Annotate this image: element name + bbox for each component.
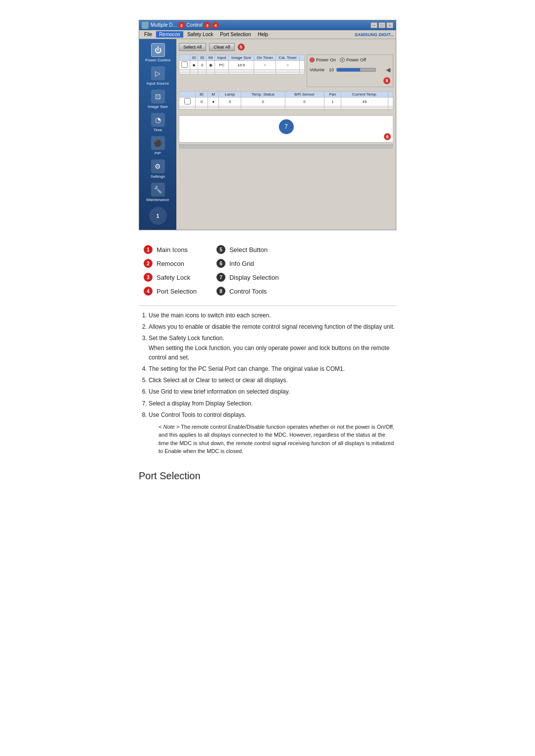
sidebar-item-maintenance[interactable]: 🔧 Maintenance [141,181,175,203]
legend-item-4: 4 Port Selection [144,287,197,296]
note-item-8: Use Control Tools to control displays. <… [149,410,396,455]
note-item-6: Use Grid to view brief information on se… [149,387,396,397]
lower-cell-lamp: 0 [219,98,241,106]
lower-cell-currenttemp: 49 [341,98,388,106]
upper-col-check [179,55,190,61]
power-control-icon: ⏻ [151,43,165,57]
power-off-button[interactable]: Power Off [340,57,366,62]
menu-bar: File Remocon Safety Lock Port Selection … [139,30,396,39]
volume-slider[interactable] [336,68,376,72]
sidebar-item-input-source[interactable]: ▷ Input Source [141,65,175,87]
upper-col-input: Input [215,55,228,61]
badge-4: 4 [212,22,219,29]
maximize-button[interactable]: □ [378,22,385,28]
app-title-text: Multiple D... 2 Control 3 4 [151,22,219,29]
title-text-part1: Multiple D... [151,22,178,28]
legend-label-3: Safety Lock [157,274,190,281]
legend-badge-5: 5 [216,245,225,254]
settings-icon: ⚙ [151,159,165,173]
power-on-button[interactable]: Power On [310,57,336,62]
badge-5-toolbar: 5 [238,44,245,50]
sidebar-item-image-size[interactable]: ⊡ Image Size [141,88,175,110]
lower-row-checkbox-1[interactable] [184,98,191,104]
upper-cell-imgsize: 16:9 [228,61,254,70]
title-control: Control [186,22,204,28]
display-selection-icon[interactable]: 7 [279,119,294,134]
legend-label-1: Main Icons [157,246,188,253]
volume-row: Volume 10 ◀ [310,66,390,73]
lower-grid-table: ID M Lamp Temp. Status B/R Sensor Fan Cu… [179,91,393,109]
legend-label-8: Control Tools [229,288,267,295]
legend-item-7: 7 Display Selection [216,273,279,282]
sidebar-label-time: Time [154,128,162,132]
clear-all-button[interactable]: Clear All [209,43,235,51]
legend-item-6: 6 Info Grid [216,259,279,268]
lower-cell-tempstatus: 0 [241,98,285,106]
power-on-label: Power On [316,57,336,62]
sidebar-label-input: Input Source [147,81,169,86]
menu-safety-lock[interactable]: Safety Lock [184,31,216,38]
lower-info-grid: ID M Lamp Temp. Status B/R Sensor Fan Cu… [179,91,393,109]
lower-cell-brsensor: 0 [285,98,324,106]
samsung-logo: SAMSUNG DIGIT... [355,32,394,37]
upper-cell-mi: ◉ [206,61,214,70]
note-text: The remote control Enable/Disable functi… [159,424,394,454]
toolbar-row: Select All Clear All 5 [179,42,393,52]
sidebar-label-pip: PIP [155,151,161,155]
note-item-2: Allows you to enable or disable the remo… [149,322,396,332]
sidebar-item-time[interactable]: ◔ Time [141,111,175,134]
upper-col-mi: MI [206,55,214,61]
legend-label-7: Display Selection [229,274,279,281]
lower-col-tempstatus: Temp. Status [241,92,285,98]
time-icon: ◔ [151,113,165,127]
lower-col-lamp: Lamp [219,92,241,98]
notes-section: Use the main icons to switch into each s… [139,311,396,455]
note-item-1: Use the main icons to switch into each s… [149,311,396,320]
legend-item-2: 2 Remocon [144,259,197,268]
minimize-button[interactable]: ─ [371,22,377,28]
lower-grid-row-1: 0 ● 0 0 0 1 49 [179,98,393,106]
menu-help[interactable]: Help [255,31,271,38]
power-row: Power On Power Off [310,57,390,62]
lower-col-check [179,92,196,98]
upper-grid-row-1: ■ 0 ◉ PC 16:9 ○ ○ [179,61,305,70]
control-panel: Power On Power Off Volume 10 ◀ [307,54,393,87]
upper-scroll-cell [300,61,305,70]
app-body: ⏻ Power Control ▷ Input Source ⊡ Image S… [139,39,396,230]
lower-cell-fan: 1 [324,98,341,106]
display-selection-panel: 7 6 [179,115,393,143]
main-content: Select All Clear All 5 ID ID [176,39,396,230]
close-button[interactable]: × [386,22,393,28]
legend-badge-6: 6 [216,259,225,268]
note-item-3: Set the Safety Lock function. When setti… [149,334,396,362]
sidebar-item-power-control[interactable]: ⏻ Power Control [141,42,175,64]
badge-3: 3 [204,22,211,29]
badge-8: 8 [383,77,390,84]
legend-item-1: 1 Main Icons [144,245,197,254]
lower-col-m: M [208,92,219,98]
sidebar-label-maintenance: Maintenance [147,198,169,202]
row-checkbox-1[interactable] [181,61,188,68]
legend-right-col: 5 Select Button 6 Info Grid 7 Display Se… [216,245,279,296]
app-screenshot: Multiple D... 2 Control 3 4 ─ □ × File R… [139,20,396,230]
sidebar-label-settings: Settings [151,174,165,179]
menu-file[interactable]: File [141,31,155,38]
volume-label: Volume [310,67,324,72]
upper-cell-input: PC [215,61,228,70]
middle-section: ID ID MI Input Image Size On Timer Cal. … [179,54,393,87]
upper-col-id1: ID [190,55,198,61]
lower-grid-row-3 [179,108,393,109]
sidebar-item-pip[interactable]: ⚫ PIP [141,135,175,157]
power-off-label: Power Off [346,57,366,62]
lower-col-currenttemp: Current Temp. [341,92,388,98]
sidebar-item-settings[interactable]: ⚙ Settings [141,158,175,180]
badge-6: 6 [384,133,391,140]
menu-remocon[interactable]: Remocon [156,31,183,38]
legend-label-4: Port Selection [157,288,197,295]
sidebar-label-image: Image Size [148,104,167,109]
select-all-button[interactable]: Select All [179,43,206,51]
menu-port-selection[interactable]: Port Selection [217,31,254,38]
divider-line [139,305,396,306]
app-icon [142,22,149,29]
note-item-4: The setting for the PC Serial Port can c… [149,364,396,374]
